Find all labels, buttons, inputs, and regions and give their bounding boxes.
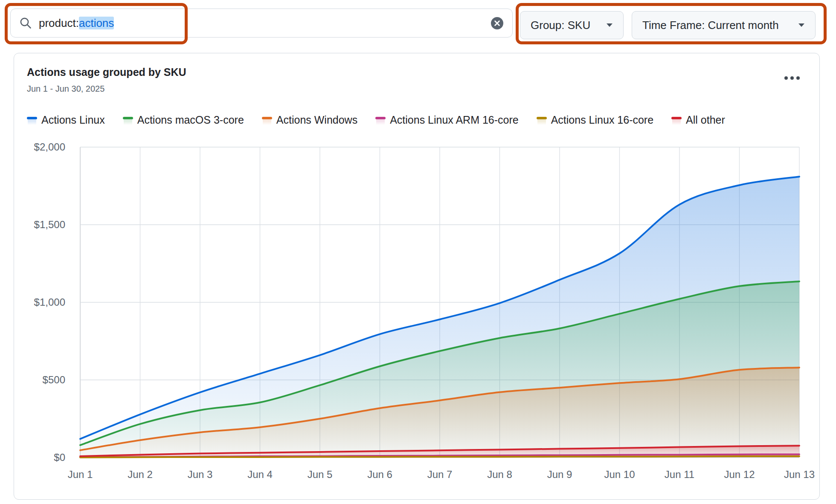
timeframe-dropdown[interactable]: Time Frame: Current month xyxy=(632,11,816,39)
search-input[interactable]: product:actions xyxy=(10,9,513,38)
y-tick-label: $0 xyxy=(54,452,65,463)
legend-item-actions-windows: Actions Windows xyxy=(262,114,357,126)
legend-item-actions-macos-3-core: Actions macOS 3-core xyxy=(123,114,244,126)
chevron-down-icon xyxy=(606,23,613,27)
legend-label: All other xyxy=(686,114,725,126)
usage-chart[interactable]: $0$500$1,000$1,500$2,000Jun 1Jun 2Jun 3J… xyxy=(26,137,819,495)
legend-label: Actions Linux 16-core xyxy=(551,114,653,126)
group-dropdown-label: Group: SKU xyxy=(531,19,590,32)
card-subtitle: Jun 1 - Jun 30, 2025 xyxy=(27,84,104,94)
legend-swatch-icon xyxy=(262,117,272,126)
legend-item-all-other: All other xyxy=(671,114,725,126)
legend-item-actions-linux-arm-16-core: Actions Linux ARM 16-core xyxy=(375,114,519,126)
search-query-prefix: product: xyxy=(39,17,79,29)
legend-item-actions-linux: Actions Linux xyxy=(27,114,105,126)
kebab-horizontal-icon xyxy=(784,76,800,80)
x-tick-label: Jun 7 xyxy=(427,469,453,480)
legend-swatch-icon xyxy=(537,117,547,126)
chevron-down-icon xyxy=(798,23,805,27)
legend-label: Actions macOS 3-core xyxy=(137,114,244,126)
clear-search-button[interactable] xyxy=(490,16,504,30)
card-title: Actions usage grouped by SKU xyxy=(27,66,186,78)
search-query: product:actions xyxy=(39,17,114,30)
y-tick-label: $1,500 xyxy=(34,219,65,230)
legend: Actions LinuxActions macOS 3-coreActions… xyxy=(27,114,725,126)
y-tick-label: $2,000 xyxy=(34,141,65,153)
group-dropdown[interactable]: Group: SKU xyxy=(520,11,624,39)
legend-swatch-icon xyxy=(671,117,682,126)
x-tick-label: Jun 1 xyxy=(68,469,93,480)
y-tick-label: $500 xyxy=(43,374,65,385)
x-tick-label: Jun 10 xyxy=(604,469,635,480)
x-tick-label: Jun 12 xyxy=(724,469,755,480)
legend-swatch-icon xyxy=(27,117,37,126)
legend-label: Actions Linux ARM 16-core xyxy=(390,114,519,126)
legend-item-actions-linux-16-core: Actions Linux 16-core xyxy=(537,114,653,126)
x-tick-label: Jun 8 xyxy=(487,469,512,480)
x-tick-label: Jun 2 xyxy=(128,469,153,480)
x-circle-icon xyxy=(491,17,504,30)
x-tick-label: Jun 5 xyxy=(308,469,333,480)
legend-swatch-icon xyxy=(375,117,386,126)
legend-label: Actions Windows xyxy=(276,114,357,126)
x-tick-label: Jun 3 xyxy=(188,469,213,480)
x-tick-label: Jun 4 xyxy=(247,469,273,480)
x-tick-label: Jun 13 xyxy=(784,469,815,480)
timeframe-dropdown-label: Time Frame: Current month xyxy=(642,19,779,32)
usage-card: Actions usage grouped by SKU Jun 1 - Jun… xyxy=(14,53,820,500)
y-tick-label: $1,000 xyxy=(34,296,65,308)
legend-label: Actions Linux xyxy=(41,114,105,126)
search-icon xyxy=(19,17,32,29)
card-menu-button[interactable] xyxy=(782,72,802,84)
x-tick-label: Jun 11 xyxy=(665,469,694,480)
x-tick-label: Jun 9 xyxy=(547,469,572,480)
search-query-selected-text: actions xyxy=(79,17,114,29)
x-tick-label: Jun 6 xyxy=(367,469,392,480)
legend-swatch-icon xyxy=(123,117,133,126)
